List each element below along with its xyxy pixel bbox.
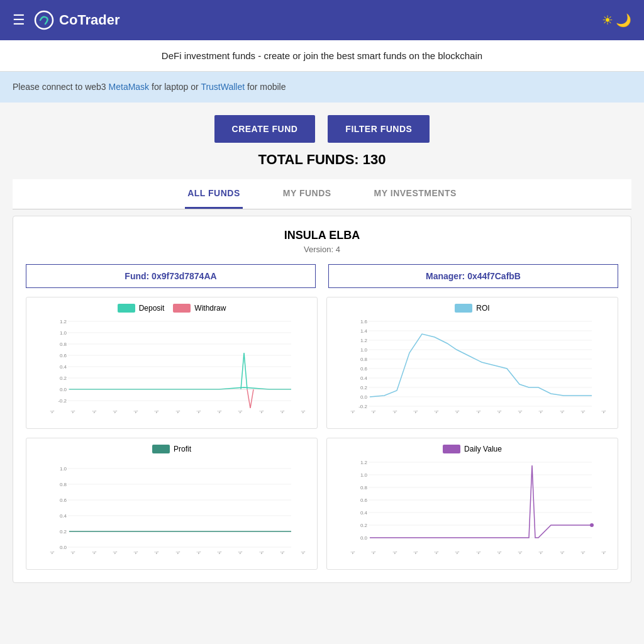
banner-text: DeFi investment funds - create or join t… [162, 50, 482, 61]
trustwallet-link[interactable]: TrustWallet [201, 82, 245, 92]
connect-middle: for laptop or [149, 82, 201, 92]
connect-notice: Please connect to web3 MetaMask for lapt… [0, 72, 644, 103]
svg-text:0.0: 0.0 [60, 545, 67, 549]
manager-address[interactable]: Manager: 0x44f7CafbB [328, 264, 618, 288]
svg-text:1.2: 1.2 [360, 338, 368, 343]
daily-value-chart: Daily Value 1.2 1.0 0.8 0.6 0.4 [326, 438, 618, 570]
svg-text:0.0: 0.0 [360, 394, 368, 400]
roi-color [455, 304, 472, 313]
roi-svg: 1.6 1.4 1.2 1.0 0.8 0.6 0.4 0.2 0.0 -0.2 [331, 315, 614, 408]
logo-area: CoTrader [34, 10, 120, 30]
tab-my-investments[interactable]: MY INVESTMENTS [372, 179, 459, 209]
total-funds-label: TOTAL FUNDS: 130 [13, 152, 631, 168]
svg-text:1.4: 1.4 [360, 328, 368, 334]
profit-color [152, 445, 170, 453]
svg-text:0.2: 0.2 [360, 523, 368, 528]
main-content: CREATE FUND FILTER FUNDS TOTAL FUNDS: 13… [0, 103, 644, 596]
roi-x-axis: 2020-02-12 2020-02-19 2020-02-26 2020-03… [331, 411, 614, 415]
svg-text:-0.2: -0.2 [58, 398, 67, 404]
svg-point-64 [590, 523, 594, 527]
svg-text:0.2: 0.2 [60, 375, 67, 381]
logo-icon [34, 10, 54, 30]
sun-icon: ☀ [602, 13, 613, 28]
menu-icon[interactable]: ☰ [13, 12, 25, 28]
banner: DeFi investment funds - create or join t… [0, 40, 644, 72]
svg-text:1.0: 1.0 [60, 466, 67, 472]
address-row: Fund: 0x9f73d7874AA Manager: 0x44f7CafbB [26, 264, 618, 288]
connect-prefix: Please connect to web3 [13, 82, 109, 92]
header-left: ☰ CoTrader [13, 10, 120, 30]
svg-text:0.6: 0.6 [360, 497, 368, 503]
svg-text:0.2: 0.2 [60, 529, 67, 535]
svg-text:0.0: 0.0 [60, 387, 67, 392]
svg-text:1.0: 1.0 [360, 472, 368, 478]
tab-all-funds[interactable]: ALL FUNDS [185, 179, 243, 209]
svg-text:1.0: 1.0 [360, 347, 368, 353]
profit-label: Profit [174, 445, 191, 453]
daily-value-svg: 1.2 1.0 0.8 0.6 0.4 0.2 0.0 [331, 456, 614, 549]
daily-value-x-axis: 2020-02-12 2020-02-19 2020-02-26 2020-03… [331, 552, 614, 556]
svg-text:0.4: 0.4 [360, 375, 368, 381]
roi-chart: ROI 1.6 1.4 1.2 [326, 297, 618, 429]
moon-icon: 🌙 [616, 13, 631, 28]
fund-version: Version: 4 [26, 245, 618, 254]
withdraw-label: Withdraw [194, 304, 226, 313]
svg-text:0.4: 0.4 [60, 513, 67, 519]
svg-text:0.8: 0.8 [60, 341, 67, 347]
profit-svg: 1.0 0.8 0.6 0.4 0.2 0.0 [30, 456, 313, 549]
create-fund-button[interactable]: CREATE FUND [214, 115, 316, 143]
app-name: CoTrader [59, 12, 120, 28]
svg-text:0.2: 0.2 [360, 385, 368, 391]
fund-name: INSULA ELBA [26, 229, 618, 242]
roi-legend: ROI [331, 304, 614, 313]
svg-text:-0.2: -0.2 [358, 404, 367, 408]
fund-address[interactable]: Fund: 0x9f73d7874AA [26, 264, 316, 288]
deposit-label: Deposit [139, 304, 165, 313]
filter-funds-button[interactable]: FILTER FUNDS [328, 115, 430, 143]
svg-text:1.6: 1.6 [360, 319, 368, 325]
connect-suffix: for mobile [245, 82, 286, 92]
deposit-x-axis: 2020-02-12 2020-02-19 2020-02-26 2020-03… [30, 411, 313, 415]
theme-toggle[interactable]: ☀ 🌙 [602, 13, 631, 28]
daily-value-color [443, 445, 460, 453]
svg-text:0.4: 0.4 [60, 364, 67, 370]
svg-text:0.6: 0.6 [360, 366, 368, 372]
deposit-withdraw-chart: Deposit Withdraw 1.2 1.0 [26, 297, 318, 429]
svg-text:1.2: 1.2 [360, 460, 368, 465]
tab-my-funds[interactable]: MY FUNDS [280, 179, 334, 209]
deposit-color [118, 304, 135, 313]
fund-card: INSULA ELBA Version: 4 Fund: 0x9f73d7874… [13, 216, 631, 583]
svg-text:0.8: 0.8 [360, 485, 368, 491]
svg-text:1.2: 1.2 [60, 319, 67, 325]
svg-text:0.6: 0.6 [60, 497, 67, 503]
withdraw-color [173, 304, 191, 313]
svg-text:0.6: 0.6 [60, 353, 67, 358]
fund-tabs: ALL FUNDS MY FUNDS MY INVESTMENTS [13, 179, 631, 209]
svg-text:0.4: 0.4 [360, 510, 368, 516]
svg-text:0.0: 0.0 [360, 535, 368, 541]
deposit-withdraw-legend: Deposit Withdraw [30, 304, 313, 313]
charts-grid: Deposit Withdraw 1.2 1.0 [26, 297, 618, 570]
daily-value-label: Daily Value [464, 445, 502, 453]
svg-text:0.8: 0.8 [60, 482, 67, 487]
svg-text:0.8: 0.8 [360, 357, 368, 362]
daily-value-legend: Daily Value [331, 445, 614, 453]
roi-label: ROI [476, 304, 489, 313]
deposit-withdraw-svg: 1.2 1.0 0.8 0.6 0.4 0.2 0.0 -0.2 [30, 315, 313, 408]
profit-chart: Profit 1.0 0.8 0.6 0.4 0.2 0.0 [26, 438, 318, 570]
svg-point-0 [35, 11, 53, 29]
svg-text:1.0: 1.0 [60, 330, 67, 336]
profit-x-axis: 2020-02-12 2020-02-19 2020-02-26 2020-03… [30, 552, 313, 556]
profit-legend: Profit [30, 445, 313, 453]
action-buttons: CREATE FUND FILTER FUNDS [13, 115, 631, 143]
app-header: ☰ CoTrader ☀ 🌙 [0, 0, 644, 40]
metamask-link[interactable]: MetaMask [109, 82, 150, 92]
